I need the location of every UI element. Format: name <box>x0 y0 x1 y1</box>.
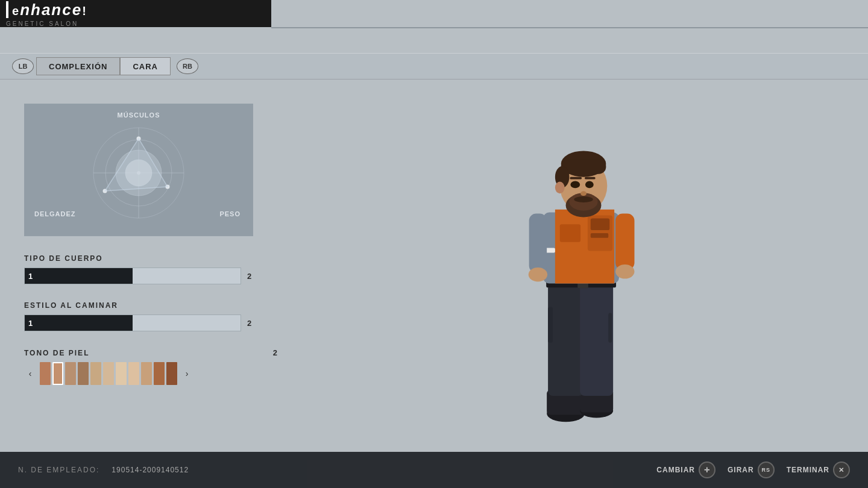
svg-rect-20 <box>608 313 612 343</box>
svg-rect-38 <box>585 177 596 180</box>
swatch-7[interactable] <box>116 362 127 385</box>
terminar-label: TERMINAR <box>787 466 829 474</box>
walk-style-value: 1 <box>28 319 33 328</box>
swatch-2[interactable] <box>52 362 63 385</box>
walk-style-row: 1 2 <box>24 314 277 331</box>
walk-style-section: ESTILO AL CAMINAR 1 2 <box>24 301 277 331</box>
terminar-action[interactable]: TERMINAR ✕ <box>787 461 850 478</box>
left-panel: MÚSCULOS DELGADEZ PESO <box>24 104 277 385</box>
svg-rect-17 <box>548 283 583 396</box>
radar-container: MÚSCULOS DELGADEZ PESO <box>24 104 253 236</box>
girar-icon[interactable]: RS <box>758 461 775 478</box>
girar-action[interactable]: GIRAR RS <box>728 461 775 478</box>
body-type-label: TIPO DE CUERPO <box>24 254 277 263</box>
svg-rect-43 <box>529 214 547 273</box>
nav-area: LB COMPLEXIÓN CARA RB <box>0 53 868 80</box>
rb-button[interactable]: RB <box>177 58 198 74</box>
walk-style-label: ESTILO AL CAMINAR <box>24 301 277 310</box>
employee-id: 190514-2009140512 <box>112 466 189 474</box>
top-line <box>271 27 868 28</box>
subtitle: GENETIC SALON <box>6 20 271 27</box>
tab-cara[interactable]: CARA <box>120 57 171 75</box>
top-bar: enhance! GENETIC SALON <box>0 0 868 48</box>
skin-swatches <box>40 362 177 385</box>
label-musculos: MÚSCULOS <box>118 111 160 119</box>
label-delgadez: DELGADEZ <box>34 210 76 217</box>
bottom-bar: N. DE EMPLEADO: 190514-2009140512 CAMBIA… <box>0 452 868 488</box>
svg-rect-44 <box>615 214 634 270</box>
walk-style-slider[interactable]: 1 <box>24 314 241 331</box>
girar-label: GIRAR <box>728 466 754 474</box>
character-svg <box>494 100 675 431</box>
swatch-5[interactable] <box>90 362 101 385</box>
character-silhouette <box>494 100 675 431</box>
swatch-9[interactable] <box>141 362 152 385</box>
terminar-icon[interactable]: ✕ <box>833 461 850 478</box>
skin-tone-value: 2 <box>273 348 277 357</box>
skin-tone-row: ‹ › <box>24 362 277 385</box>
svg-rect-37 <box>570 177 582 180</box>
svg-point-39 <box>570 181 580 189</box>
body-type-value: 1 <box>28 272 33 281</box>
employee-label: N. DE EMPLEADO: <box>18 466 99 474</box>
swatch-6[interactable] <box>103 362 114 385</box>
swatch-8[interactable] <box>128 362 139 385</box>
body-type-row: 1 2 <box>24 267 277 284</box>
body-type-slider[interactable]: 1 <box>24 267 241 284</box>
swatch-4[interactable] <box>78 362 89 385</box>
swatch-3[interactable] <box>65 362 76 385</box>
character-area <box>301 80 868 452</box>
bottom-right: CAMBIAR ✛ GIRAR RS TERMINAR ✕ <box>656 461 850 478</box>
skin-tone-header: TONO DE PIEL 2 <box>24 348 277 357</box>
svg-rect-18 <box>580 283 613 396</box>
svg-point-12 <box>137 171 140 175</box>
body-type-max: 2 <box>247 272 251 281</box>
radar-chart <box>78 116 199 224</box>
cambiar-icon[interactable]: ✛ <box>699 461 715 478</box>
label-peso: PESO <box>219 210 241 217</box>
svg-point-41 <box>580 191 587 196</box>
logo-text: enhance! <box>12 1 87 19</box>
walk-style-max: 2 <box>247 319 251 328</box>
swatch-10[interactable] <box>154 362 165 385</box>
svg-point-46 <box>615 264 634 279</box>
main-content: MÚSCULOS DELGADEZ PESO <box>0 80 868 452</box>
svg-rect-25 <box>591 218 609 230</box>
svg-point-42 <box>574 196 593 202</box>
body-type-section: TIPO DE CUERPO 1 2 <box>24 254 277 284</box>
skin-tone-prev-button[interactable]: ‹ <box>24 368 36 380</box>
skin-tone-next-button[interactable]: › <box>181 368 193 380</box>
swatch-1[interactable] <box>40 362 51 385</box>
cambiar-action[interactable]: CAMBIAR ✛ <box>656 461 715 478</box>
svg-rect-27 <box>560 224 580 242</box>
skin-tone-section: TONO DE PIEL 2 ‹ › <box>24 348 277 385</box>
svg-point-45 <box>529 267 547 282</box>
logo-pipe <box>6 1 8 18</box>
svg-point-40 <box>585 181 594 189</box>
skin-tone-label: TONO DE PIEL <box>24 349 89 357</box>
svg-point-34 <box>555 182 565 194</box>
logo-area: enhance! GENETIC SALON <box>0 0 271 27</box>
svg-rect-19 <box>548 307 553 343</box>
tab-complexion[interactable]: COMPLEXIÓN <box>36 57 120 75</box>
swatch-11[interactable] <box>166 362 177 385</box>
svg-rect-26 <box>591 233 608 238</box>
lb-button[interactable]: LB <box>12 58 34 74</box>
cambiar-label: CAMBIAR <box>656 466 695 474</box>
